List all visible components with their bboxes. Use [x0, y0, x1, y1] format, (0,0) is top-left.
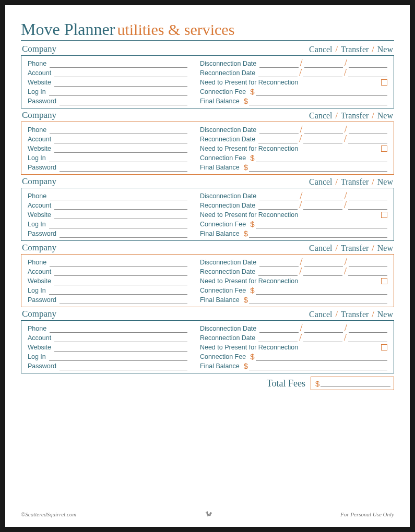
total-fees-label: Total Fees	[267, 378, 305, 389]
field-balance-input[interactable]	[249, 361, 387, 370]
date-input[interactable]	[349, 59, 387, 68]
field-website-input[interactable]	[54, 343, 187, 352]
date-input[interactable]	[304, 324, 343, 333]
field-fee-input[interactable]	[256, 87, 387, 96]
action-cancel[interactable]: Cancel	[309, 310, 332, 319]
field-phone-input[interactable]	[50, 191, 187, 200]
field-account-input[interactable]	[54, 201, 187, 210]
date-input[interactable]	[303, 135, 342, 143]
field-balance-input[interactable]	[249, 295, 387, 304]
date-input[interactable]	[348, 333, 387, 342]
action-cancel[interactable]: Cancel	[309, 177, 332, 186]
field-balance-input[interactable]	[249, 163, 387, 172]
field-phone-input[interactable]	[50, 258, 187, 267]
date-input[interactable]	[259, 258, 298, 267]
field-fee-input[interactable]	[256, 352, 387, 361]
action-cancel[interactable]: Cancel	[309, 45, 332, 54]
action-transfer[interactable]: Transfer	[341, 45, 369, 54]
field-fee-input[interactable]	[256, 286, 387, 295]
field-password-input[interactable]	[60, 163, 187, 172]
field-phone-input[interactable]	[50, 125, 187, 134]
date-input[interactable]	[349, 191, 387, 200]
slash-icon: /	[343, 258, 349, 265]
field-account-input[interactable]	[54, 267, 187, 276]
date-input[interactable]	[258, 68, 298, 77]
field-fee-input[interactable]	[256, 153, 387, 162]
field-login-input[interactable]	[49, 153, 187, 162]
date-input[interactable]	[303, 267, 342, 276]
date-input[interactable]	[349, 324, 387, 333]
date-input[interactable]	[303, 201, 342, 210]
action-new[interactable]: New	[377, 111, 393, 120]
action-cancel[interactable]: Cancel	[309, 111, 332, 120]
field-password-input[interactable]	[60, 96, 187, 105]
field-login-input[interactable]	[49, 220, 187, 228]
action-cancel[interactable]: Cancel	[309, 244, 332, 252]
field-login-input[interactable]	[49, 87, 187, 96]
present-checkbox[interactable]	[381, 212, 387, 218]
field-password-input[interactable]	[60, 361, 187, 370]
action-transfer[interactable]: Transfer	[341, 310, 369, 319]
date-input[interactable]	[258, 135, 298, 143]
field-balance-label: Final Balance	[200, 296, 243, 304]
field-website-input[interactable]	[54, 276, 187, 285]
action-new[interactable]: New	[377, 244, 393, 252]
date-input[interactable]	[259, 59, 298, 68]
dollar-icon: $	[243, 229, 249, 238]
date-input[interactable]	[258, 333, 298, 342]
date-input[interactable]	[303, 333, 342, 342]
field-login-input[interactable]	[49, 352, 187, 361]
field-present-label: Need to Present for Reconnection	[200, 79, 301, 87]
action-new[interactable]: New	[377, 177, 393, 186]
action-new[interactable]: New	[377, 45, 393, 54]
total-fees-box[interactable]: $	[311, 377, 394, 390]
date-input[interactable]	[304, 258, 343, 267]
date-input[interactable]	[304, 59, 343, 68]
date-input[interactable]	[258, 267, 298, 276]
date-input[interactable]	[348, 68, 387, 77]
action-group: Cancel / Transfer / New	[309, 177, 393, 187]
date-input[interactable]	[259, 125, 298, 134]
date-input[interactable]	[348, 135, 387, 143]
field-website-input[interactable]	[54, 78, 187, 87]
field-login-input[interactable]	[49, 286, 187, 295]
date-input[interactable]	[304, 125, 343, 134]
date-input[interactable]	[303, 68, 342, 77]
field-fee-label: Connection Fee	[200, 154, 249, 162]
field-account-input[interactable]	[54, 68, 187, 77]
total-fees-input-line[interactable]	[321, 380, 390, 387]
date-input[interactable]	[349, 125, 387, 134]
date-input[interactable]	[349, 258, 387, 267]
field-password-input[interactable]	[60, 229, 187, 238]
field-account-input[interactable]	[54, 333, 187, 342]
company-section: Company Cancel / Transfer / New Phone Di…	[21, 44, 394, 108]
field-balance-input[interactable]	[249, 96, 387, 105]
field-phone-input[interactable]	[50, 324, 187, 333]
section-header: Company Cancel / Transfer / New	[21, 243, 394, 254]
present-checkbox[interactable]	[381, 278, 387, 284]
field-balance-input[interactable]	[249, 229, 387, 238]
date-input[interactable]	[348, 201, 387, 210]
field-password-input[interactable]	[60, 295, 187, 304]
field-fee-input[interactable]	[256, 220, 387, 228]
action-transfer[interactable]: Transfer	[341, 244, 369, 252]
date-input[interactable]	[259, 324, 298, 333]
date-input[interactable]	[259, 191, 298, 200]
field-phone-input[interactable]	[50, 59, 187, 68]
action-transfer[interactable]: Transfer	[341, 111, 369, 120]
field-password-label: Password	[28, 230, 60, 238]
date-input[interactable]	[258, 201, 298, 210]
field-account-input[interactable]	[54, 135, 187, 143]
action-new[interactable]: New	[377, 310, 393, 319]
present-checkbox[interactable]	[381, 344, 387, 350]
present-checkbox[interactable]	[381, 146, 387, 152]
date-input[interactable]	[304, 191, 343, 200]
dollar-icon: $	[243, 163, 249, 172]
field-website-input[interactable]	[54, 210, 187, 219]
date-input[interactable]	[348, 267, 387, 276]
field-website-input[interactable]	[54, 144, 187, 153]
slash-icon: /	[299, 126, 304, 133]
slash-icon: /	[298, 268, 303, 275]
present-checkbox[interactable]	[381, 79, 387, 86]
action-transfer[interactable]: Transfer	[341, 177, 369, 186]
